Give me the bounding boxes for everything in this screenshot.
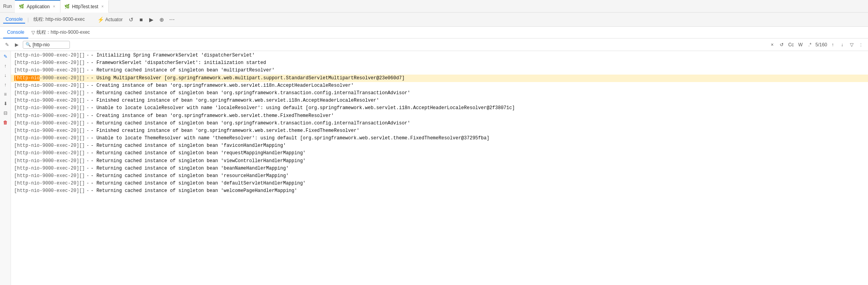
thread-match-current: [http-nio: [14, 75, 40, 81]
log-message: - Using MultipartResolver [org.springfra…: [91, 75, 404, 82]
log-dash: -: [86, 180, 89, 187]
log-line-11: [http-nio-9000-exec-20] [] -- Unable to …: [11, 135, 868, 142]
application-tab-close[interactable]: ×: [52, 4, 56, 9]
left-lines-btn[interactable]: ≡: [2, 90, 9, 98]
log-dash: -: [86, 82, 89, 90]
thread-filter-label[interactable]: 线程: http-nio-9000-exec: [31, 15, 87, 24]
log-bracket: []: [79, 90, 85, 97]
log-line-15: [http-nio-9000-exec-20] [] -- Returning …: [11, 165, 868, 172]
log-message: - Returning cached instance of singleton…: [91, 157, 305, 165]
thread-prefix: [http-nio-9000-exec-20]: [14, 52, 79, 59]
log-dash: -: [86, 172, 89, 180]
log-message: - Returning cached instance of singleton…: [91, 172, 289, 180]
log-message: - Returning cached instance of singleton…: [91, 90, 410, 97]
thread-prefix: [http-nio-9000-exec-20]: [14, 187, 79, 195]
log-bracket: []: [79, 142, 85, 150]
toolbar-attach-btn[interactable]: ⊕: [157, 15, 166, 24]
filter-label: 线程：http-nio-9000-exec: [37, 29, 90, 36]
thread-prefix: [http-nio-9000-exec-20]: [14, 180, 79, 187]
log-line-14: [http-nio-9000-exec-20] [] -- Returning …: [11, 157, 868, 165]
log-line-16: [http-nio-9000-exec-20] [] -- Returning …: [11, 172, 868, 180]
log-dash: -: [86, 90, 89, 97]
tab-httptest[interactable]: 🌿 HttpTest.test ×: [60, 0, 109, 13]
arrow-right-icon[interactable]: ▶: [13, 41, 20, 49]
thread-prefix: [http-nio-9000-exec-20]: [14, 59, 79, 67]
console-tab-console[interactable]: Console: [3, 27, 28, 38]
search-regex-btn[interactable]: .*: [806, 41, 814, 49]
log-line-10: [http-nio-9000-exec-20] [] -- Finished c…: [11, 127, 868, 135]
log-message: - Returning cached instance of singleton…: [91, 120, 410, 127]
thread-prefix: [http-nio-9000-exec-20]: [14, 172, 79, 180]
log-message: - Returning cached instance of singleton…: [91, 187, 297, 195]
search-word-btn[interactable]: W: [797, 41, 804, 49]
left-edit-btn[interactable]: ✎: [2, 53, 9, 60]
log-dash: -: [86, 75, 89, 82]
left-print-btn[interactable]: ⊟: [2, 109, 9, 117]
thread-prefix: [http-nio-9000-exec-20]: [14, 157, 79, 165]
log-dash: -: [86, 120, 89, 127]
log-content[interactable]: [http-nio-9000-exec-20] [] -- Initializi…: [11, 51, 868, 285]
search-down-btn[interactable]: ↓: [838, 41, 846, 49]
search-right-controls: × ↺ Cc W .* 5/160 ↑ ↓ ▽ :: [768, 41, 865, 49]
log-dash: -: [86, 67, 89, 74]
search-up-btn[interactable]: ↑: [829, 41, 837, 49]
log-bracket: []: [79, 75, 85, 82]
search-refresh-btn[interactable]: ↺: [778, 41, 786, 49]
log-bracket: []: [79, 67, 85, 74]
httptest-tab-close[interactable]: ×: [101, 4, 104, 9]
log-bracket: []: [79, 172, 85, 180]
search-bar: ✎ ▶ 🔍 × ↺ Cc W .* 5/160 ↑ ↓ ▽ :: [0, 38, 868, 51]
search-left-icons: ✎ ▶: [3, 41, 20, 49]
search-filter-btn[interactable]: ▽: [848, 41, 855, 49]
log-bracket: []: [79, 97, 85, 104]
console-thread-filter[interactable]: ▽ 线程：http-nio-9000-exec: [28, 29, 93, 36]
log-dash: -: [86, 165, 89, 172]
log-line-6: [http-nio-9000-exec-20] [] -- Finished c…: [11, 97, 868, 104]
log-line-0: [http-nio-9000-exec-20] [] -- Initializi…: [11, 52, 868, 59]
log-bracket: []: [79, 52, 85, 59]
application-tab-label: Application: [27, 4, 50, 9]
search-count: 5/160: [815, 42, 827, 48]
log-dash: -: [86, 187, 89, 195]
search-close-btn[interactable]: ×: [768, 41, 776, 49]
thread-prefix: [http-nio-9000-exec-20]: [14, 135, 79, 142]
log-bracket: []: [79, 157, 85, 165]
console-toolbar-label[interactable]: Console: [3, 16, 25, 24]
search-input[interactable]: [33, 42, 64, 48]
thread-prefix: [http-nio-9000-exec-20]: [14, 67, 79, 74]
log-dash: -: [86, 142, 89, 150]
toolbar-reload-btn[interactable]: ↺: [127, 15, 135, 24]
thread-prefix: [http-nio-9000-exec-20]: [14, 142, 79, 150]
edit-icon[interactable]: ✎: [3, 41, 11, 49]
log-line-4: [http-nio-9000-exec-20] [] -- Creating i…: [11, 82, 868, 90]
toolbar-restart-btn[interactable]: ▶: [147, 15, 156, 24]
toolbar-more-btn[interactable]: ⋯: [168, 15, 176, 24]
left-top-btn[interactable]: ↑: [2, 81, 9, 89]
log-bracket: []: [79, 120, 85, 127]
search-case-btn[interactable]: Cc: [787, 41, 795, 49]
thread-prefix: [http-nio-9000-exec-20]: [14, 97, 79, 104]
left-download-btn[interactable]: ⬇: [2, 100, 9, 108]
thread-prefix: [http-nio-9000-exec-20]: [14, 75, 79, 82]
log-bracket: []: [79, 104, 85, 112]
tab-application[interactable]: 🌿 Application ×: [15, 0, 60, 13]
log-bracket: []: [79, 127, 85, 135]
left-delete-btn[interactable]: 🗑: [2, 119, 9, 126]
left-up-btn[interactable]: ↑: [2, 62, 9, 70]
log-bracket: []: [79, 82, 85, 90]
log-dash: -: [86, 104, 89, 112]
console-tab-label: Console: [7, 29, 24, 35]
log-dash: -: [86, 112, 89, 120]
actuator-button[interactable]: ⚡ Actuator: [95, 16, 125, 24]
log-line-3: [http-nio-9000-exec-20] [] -- Using Mult…: [11, 75, 868, 82]
log-dash: -: [86, 52, 89, 59]
left-down-btn[interactable]: ↓: [2, 71, 9, 79]
thread-prefix: [http-nio-9000-exec-20]: [14, 90, 79, 97]
thread-prefix: [http-nio-9000-exec-20]: [14, 112, 79, 120]
log-message: - Finished creating instance of bean 'or…: [91, 97, 379, 104]
log-bracket: []: [79, 180, 85, 187]
search-more-btn[interactable]: :: [857, 41, 865, 49]
log-message: - Unable to locate LocaleResolver with n…: [91, 104, 515, 112]
thread-prefix: [http-nio-9000-exec-20]: [14, 150, 79, 157]
toolbar-stop-btn[interactable]: ■: [137, 15, 146, 24]
